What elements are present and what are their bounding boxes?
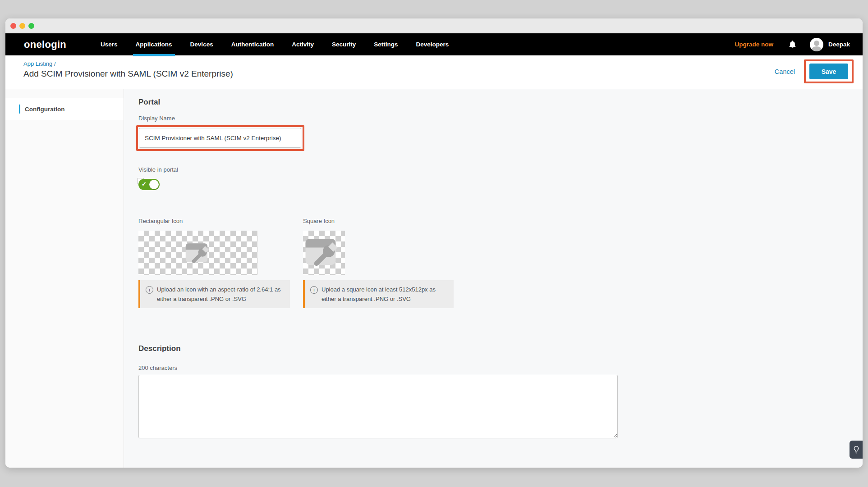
visible-in-portal-toggle[interactable]: ✓ [138, 179, 161, 191]
window-titlebar [5, 18, 863, 33]
notifications-bell-icon[interactable] [789, 40, 796, 49]
content-area: Configuration Portal Display Name Visibl… [5, 89, 863, 468]
nav-item-users[interactable]: Users [92, 33, 127, 55]
rectangular-icon-hint: i Upload an icon with an aspect-ratio of… [138, 280, 290, 308]
nav-item-devices[interactable]: Devices [181, 33, 222, 55]
app-wrench-icon [184, 241, 213, 266]
visible-in-portal-label: Visible in portal [138, 166, 178, 173]
info-icon: i [146, 286, 153, 294]
rectangular-icon-upload[interactable] [138, 231, 258, 275]
help-lightbulb-tab[interactable] [850, 441, 863, 459]
onelogin-logo[interactable]: onelogin [24, 39, 66, 50]
toggle-knob [149, 180, 159, 189]
nav-item-activity[interactable]: Activity [283, 33, 323, 55]
rectangular-icon-label: Rectangular Icon [138, 218, 183, 224]
settings-sidebar: Configuration [5, 89, 124, 468]
app-wrench-icon [304, 235, 344, 270]
page-header: App Listing / Add SCIM Provisioner with … [5, 55, 863, 89]
square-icon-upload[interactable] [303, 231, 345, 275]
user-avatar [810, 38, 823, 51]
breadcrumb-app-listing[interactable]: App Listing / [23, 60, 56, 67]
nav-item-developers[interactable]: Developers [407, 33, 458, 55]
minimize-window-button[interactable] [19, 23, 25, 29]
browser-window: onelogin Users Applications Devices Auth… [5, 18, 863, 468]
active-indicator-bar [19, 105, 20, 114]
cancel-button[interactable]: Cancel [775, 68, 795, 75]
square-icon-label: Square Icon [303, 218, 335, 224]
navbar-right: Upgrade now Deepak [735, 38, 863, 51]
square-icon-hint: i Upload a square icon at least 512x512p… [303, 280, 454, 308]
sidebar-item-configuration[interactable]: Configuration [5, 98, 124, 120]
lightbulb-icon [853, 446, 859, 454]
nav-item-authentication[interactable]: Authentication [222, 33, 283, 55]
description-section-heading: Description [138, 344, 181, 353]
primary-nav: Users Applications Devices Authenticatio… [92, 33, 458, 55]
toggle-track: ✓ [138, 179, 160, 190]
user-name: Deepak [828, 41, 850, 48]
page-title: Add SCIM Provisioner with SAML (SCIM v2 … [23, 69, 233, 79]
nav-item-settings[interactable]: Settings [365, 33, 407, 55]
close-window-button[interactable] [10, 23, 16, 29]
portal-section-heading: Portal [138, 98, 160, 107]
display-name-label: Display Name [138, 115, 175, 122]
display-name-input[interactable] [139, 128, 301, 148]
character-count-label: 200 characters [138, 364, 177, 371]
save-button[interactable]: Save [809, 64, 848, 79]
main-panel: Portal Display Name Visible in portal ✓ … [124, 89, 863, 468]
description-textarea[interactable] [138, 375, 618, 438]
check-icon: ✓ [142, 181, 147, 187]
maximize-window-button[interactable] [28, 23, 34, 29]
info-icon: i [310, 286, 318, 294]
nav-item-security[interactable]: Security [323, 33, 365, 55]
upgrade-now-link[interactable]: Upgrade now [735, 41, 773, 48]
top-navbar: onelogin Users Applications Devices Auth… [5, 33, 863, 55]
nav-item-applications[interactable]: Applications [127, 33, 181, 55]
user-menu[interactable]: Deepak [810, 38, 850, 51]
